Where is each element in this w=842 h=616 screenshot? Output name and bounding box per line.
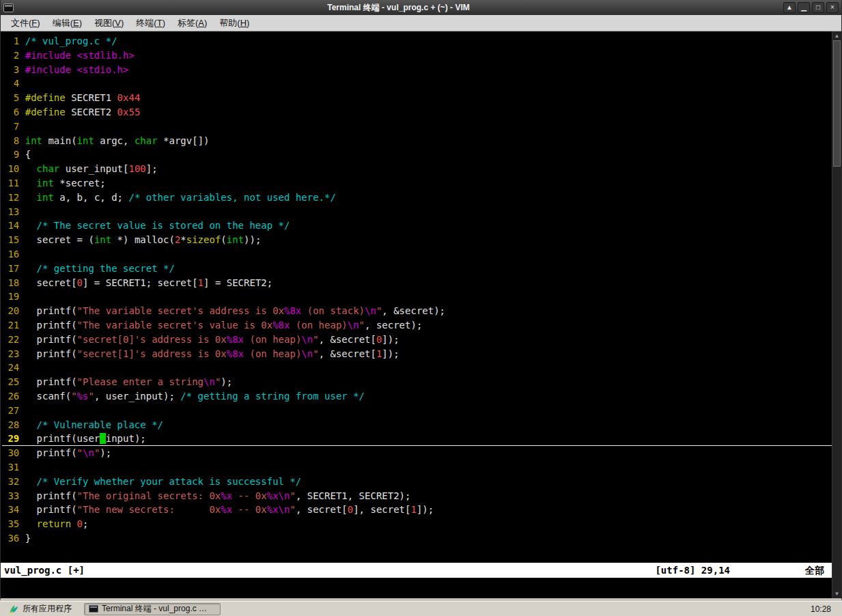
scrollbar-track[interactable] xyxy=(832,40,841,589)
code-line[interactable]: 31 xyxy=(2,460,832,475)
code-line[interactable]: 27 xyxy=(2,404,832,418)
all-applications-button[interactable]: 所有应用程序 xyxy=(4,602,76,616)
code-line[interactable]: 1 /* vul_prog.c */ xyxy=(2,34,832,48)
code-token: /* other variables, not used here.*/ xyxy=(128,192,335,203)
code-line[interactable]: 16 xyxy=(2,247,832,262)
code-line[interactable]: 22 printf("secret[0]'s address is 0x%8x … xyxy=(2,333,832,347)
scroll-up-icon[interactable]: ▲ xyxy=(832,31,841,40)
shade-button[interactable]: ▲ xyxy=(783,2,796,13)
vim-command-line[interactable] xyxy=(1,578,832,598)
code-line[interactable]: 30 printf("\n"); xyxy=(2,446,832,460)
code-line[interactable]: 2 #include <stdlib.h> xyxy=(2,48,832,63)
code-line[interactable]: 15 secret = (int *) malloc(2*sizeof(int)… xyxy=(2,233,832,247)
code-line[interactable]: 32 /* Verify whether your attack is succ… xyxy=(2,475,832,489)
code-lines[interactable]: 1 /* vul_prog.c */ 2 #include <stdlib.h>… xyxy=(1,31,832,563)
code-line[interactable]: 34 printf("The new secrets: 0x%x -- 0x%x… xyxy=(2,503,832,517)
menu-view[interactable]: 视图(V) xyxy=(88,16,130,31)
code-token: "secret[1]'s address is 0x xyxy=(77,348,227,359)
menu-tabs[interactable]: 标签(A) xyxy=(171,16,213,31)
scrollbar[interactable]: ▲ ▼ xyxy=(832,31,841,598)
titlebar[interactable]: Terminal 终端 - vul_prog.c + (~) - VIM ▲▁□… xyxy=(1,0,841,15)
scroll-down-icon[interactable]: ▼ xyxy=(832,589,841,598)
menu-terminal[interactable]: 终端(T) xyxy=(130,16,171,31)
code-token xyxy=(25,476,37,487)
line-number: 12 xyxy=(2,192,25,203)
code-line[interactable]: 17 /* getting the secret */ xyxy=(2,262,832,276)
line-number: 8 xyxy=(2,135,25,146)
code-token: argc, xyxy=(94,135,135,146)
menu-edit[interactable]: 编辑(E) xyxy=(46,16,88,31)
code-line[interactable]: 3 #include <stdio.h> xyxy=(2,63,832,77)
terminal-app-icon xyxy=(3,3,14,12)
code-token: "secret[0]'s address is 0x xyxy=(77,334,227,345)
code-line[interactable]: 18 secret[0] = SECRET1; secret[1] = SECR… xyxy=(2,276,832,290)
code-line[interactable]: 24 xyxy=(2,361,832,375)
code-token: ] = SECRET1; secret[ xyxy=(83,277,198,288)
code-line[interactable]: 6 #define SECRET2 0x55 xyxy=(2,105,832,120)
code-token: /* The secret value is stored on the hea… xyxy=(37,220,290,231)
code-token: printf( xyxy=(25,305,77,316)
code-line[interactable]: 35 return 0; xyxy=(2,517,832,531)
code-line-current[interactable]: 29 printf(user_input); xyxy=(2,432,832,446)
code-line[interactable]: 9 { xyxy=(2,148,832,162)
code-line[interactable]: 25 printf("Please enter a string\n"); xyxy=(2,375,832,389)
menu-file[interactable]: 文件(F) xyxy=(5,16,46,31)
minimize-button[interactable]: ▁ xyxy=(798,2,810,13)
code-token: \n xyxy=(83,447,94,458)
line-number: 30 xyxy=(2,447,25,458)
code-token: " xyxy=(313,334,318,345)
code-line[interactable]: 7 xyxy=(2,120,832,134)
taskbar-clock[interactable]: 10:28 xyxy=(811,604,838,614)
line-number: 14 xyxy=(2,220,25,231)
taskbar-window-button[interactable]: Terminal 终端 - vul_prog.c … xyxy=(84,603,221,615)
code-token: , &secret); xyxy=(382,305,445,316)
code-token: \n xyxy=(301,348,313,359)
code-line[interactable]: 36 } xyxy=(2,531,832,546)
code-token: int xyxy=(77,135,94,146)
maximize-button[interactable]: □ xyxy=(812,2,824,13)
close-button[interactable]: × xyxy=(826,2,839,13)
code-token: %x xyxy=(267,504,279,515)
code-line[interactable]: 33 printf("The original secrets: 0x%x --… xyxy=(2,489,832,503)
code-token xyxy=(71,518,76,529)
line-number: 10 xyxy=(2,163,25,174)
code-token: \n xyxy=(365,305,376,316)
code-line[interactable]: 28 /* Vulnerable place */ xyxy=(2,418,832,432)
code-line[interactable]: 13 xyxy=(2,205,832,219)
code-line[interactable]: 5 #define SECRET1 0x44 xyxy=(2,91,832,105)
code-line[interactable]: 23 printf("secret[1]'s address is 0x%8x … xyxy=(2,347,832,361)
line-number: 28 xyxy=(2,419,25,430)
desktop: Terminal 终端 - vul_prog.c + (~) - VIM ▲▁□… xyxy=(0,0,842,616)
code-line[interactable]: 26 scanf("%s", user_input); /* getting a… xyxy=(2,389,832,404)
code-token: char xyxy=(135,135,158,146)
code-line[interactable]: 14 /* The secret value is stored on the … xyxy=(2,219,832,233)
code-token: ]); xyxy=(382,334,399,345)
line-number: 9 xyxy=(2,149,25,160)
code-line[interactable]: 11 int *secret; xyxy=(2,176,832,191)
line-number: 34 xyxy=(2,504,25,515)
code-token: 0 xyxy=(77,277,83,288)
code-line[interactable]: 8 int main(int argc, char *argv[]) xyxy=(2,134,832,148)
code-token: "The variable secret's value is 0x xyxy=(77,320,273,331)
code-token: (on heap) xyxy=(244,348,301,359)
taskbar-window-label: Terminal 终端 - vul_prog.c … xyxy=(102,603,207,615)
line-number: 3 xyxy=(2,64,25,75)
code-token: \n xyxy=(204,376,215,387)
code-line[interactable]: 10 char user_input[100]; xyxy=(2,162,832,176)
code-line[interactable]: 4 xyxy=(2,76,832,91)
menu-help[interactable]: 帮助(H) xyxy=(213,16,255,31)
code-line[interactable]: 21 printf("The variable secret's value i… xyxy=(2,318,832,333)
code-token: 100 xyxy=(128,163,145,174)
code-line[interactable]: 12 int a, b, c, d; /* other variables, n… xyxy=(2,191,832,205)
code-token: ], secret[ xyxy=(353,504,410,515)
cursor-block: _ xyxy=(100,433,105,444)
code-line[interactable]: 20 printf("The variable secret's address… xyxy=(2,304,832,318)
taskbar: 所有应用程序 Terminal 终端 - vul_prog.c … 10:28 xyxy=(0,601,842,616)
code-token: , secret); xyxy=(365,320,422,331)
code-token: scanf( xyxy=(25,391,71,402)
scrollbar-thumb[interactable] xyxy=(833,40,841,167)
code-token: #define xyxy=(25,92,66,103)
code-token: " xyxy=(88,391,94,402)
code-token: /* Vulnerable place */ xyxy=(37,419,163,430)
code-line[interactable]: 19 xyxy=(2,290,832,304)
